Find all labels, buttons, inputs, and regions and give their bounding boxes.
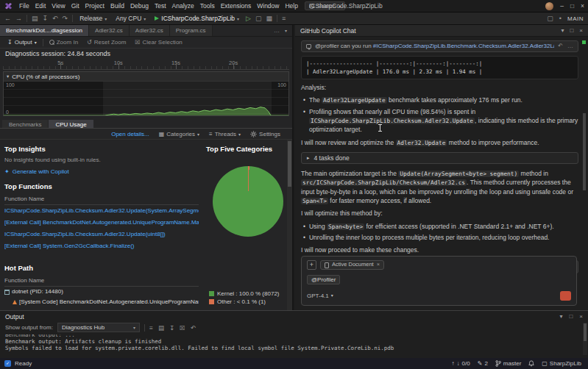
maximize-button[interactable]: □ (570, 0, 574, 12)
menu-build[interactable]: Build (107, 0, 127, 12)
add-context-button[interactable]: + (307, 260, 316, 270)
maximize-panel-icon[interactable]: □ (569, 313, 573, 320)
redo-icon[interactable]: ↷ (63, 12, 68, 24)
menu-test[interactable]: Test (152, 0, 169, 12)
top-function-row[interactable]: [External Call] System.Gen2GcCallback.Fi… (4, 240, 199, 252)
live-share-icon[interactable]: ▢ (547, 12, 553, 24)
menu-analyze[interactable]: Analyze (169, 0, 197, 12)
start-debugging-button[interactable]: ICSharpCode.SharpZipLib ▾ (152, 15, 241, 22)
menu-git[interactable]: Git (68, 0, 82, 12)
window-position-icon[interactable]: ▾ (561, 27, 564, 34)
menu-help[interactable]: Help (282, 0, 300, 12)
open-details-link[interactable]: Open details... (111, 131, 149, 137)
close-panel-icon[interactable]: × (579, 313, 583, 320)
cpu-section-title: CPU (% of all processors) (12, 74, 79, 80)
notifications-bell-icon[interactable] (528, 360, 534, 367)
background-tasks-icon[interactable]: ✓ (4, 360, 11, 367)
undo-icon[interactable]: ↶ (52, 12, 58, 24)
output-title-bar[interactable]: Output ▾ □ × (0, 311, 588, 322)
details-scrollbar[interactable] (287, 140, 292, 310)
categories-pie-chart[interactable] (213, 166, 283, 237)
menu-window[interactable]: Window (254, 0, 282, 12)
tab-overflow-icon[interactable]: … (274, 27, 280, 34)
arrow-down-icon: ↓ (457, 360, 460, 367)
hot-path-row[interactable]: [System Code] BenchmarkDotNet.Autogenera… (4, 297, 199, 307)
top-function-row[interactable]: ICSharpCode.SharpZipLib.Checksum.Adler32… (4, 229, 199, 240)
menu-tools[interactable]: Tools (197, 0, 218, 12)
output-button[interactable]: ↧ Output ▾ (4, 39, 40, 46)
find-icon[interactable]: ≡ (282, 12, 286, 24)
output-source-dropdown[interactable]: Diagnostics Hub ▾ (57, 323, 140, 332)
platform-dropdown[interactable]: Any CPU ▾ (113, 15, 148, 22)
main-monitor-label[interactable]: MAIN (567, 15, 584, 22)
tab-adler32-cs-2[interactable]: Adler32.cs (130, 25, 170, 36)
new-file-icon[interactable]: ▤ (32, 12, 38, 24)
tab-adler32-cs-1[interactable]: Adler32.cs (89, 25, 130, 36)
cpu-section-header[interactable]: ▾ CPU (% of all processors) (4, 72, 288, 82)
reset-zoom-button[interactable]: ↺ Reset Zoom (84, 39, 129, 46)
build-icon[interactable]: ▢ (255, 12, 262, 24)
more-actions-icon[interactable]: … (567, 42, 573, 51)
pending-changes-status[interactable]: ✎ 2 (478, 360, 488, 367)
current-branch-control[interactable]: master (495, 360, 521, 367)
threads-dropdown[interactable]: ≡ Threads ▾ (209, 131, 241, 137)
menu-project[interactable]: Project (82, 0, 107, 12)
scrollbar-thumb[interactable] (584, 323, 587, 341)
model-selector-dropdown[interactable]: GPT-4.1 ▾ (307, 292, 333, 301)
menu-file[interactable]: File (16, 0, 32, 12)
zoom-in-button[interactable]: Zoom In (46, 39, 81, 46)
cpu-usage-graph[interactable]: 100 0 100 (4, 82, 288, 115)
remove-context-icon[interactable]: × (377, 261, 380, 269)
menu-edit[interactable]: Edit (32, 0, 49, 12)
navigate-forward-icon[interactable]: → (15, 12, 22, 24)
close-button[interactable]: × (581, 0, 584, 12)
minimize-button[interactable]: – (560, 0, 564, 12)
generate-with-copilot-link[interactable]: ✦ Generate with Copilot (4, 168, 199, 175)
repository-control[interactable]: ▢ SharpZipLib (542, 360, 581, 367)
hot-path-row[interactable]: dotnet (PID: 14480) (4, 287, 199, 297)
categories-dropdown[interactable]: ▦ Categories ▾ (159, 131, 199, 137)
output-log[interactable]: Benchmark output: ... Benchmark output: … (0, 334, 588, 358)
git-sync-status[interactable]: ↑ ↓ 0/0 (452, 360, 470, 367)
copilot-chat-header[interactable]: GitHub Copilot Chat ▾ □ × (295, 25, 588, 37)
find-message-icon[interactable]: ≡ (149, 324, 153, 332)
menu-extensions[interactable]: Extensions (218, 0, 255, 12)
menu-debug[interactable]: Debug (127, 0, 152, 12)
top-function-row[interactable]: [External Call] BenchmarkDotNet.Autogene… (4, 217, 199, 229)
tasks-done-expander[interactable]: ▸ 4 tasks done (301, 152, 578, 164)
chat-scrollbar[interactable] (583, 113, 586, 190)
navigate-back-icon[interactable]: ← (4, 12, 11, 24)
settings-button[interactable]: Settings (250, 131, 280, 137)
user-message-bubble[interactable]: @profiler can you run #ICSharpCode.Sharp… (301, 40, 578, 52)
user-avatar[interactable] (545, 2, 553, 10)
chat-input-box[interactable]: + Active Document × @Profiler GPT-4.1 ▾ (301, 256, 577, 306)
profiler-mention-chip[interactable]: @Profiler (307, 275, 340, 284)
chevron-down-icon[interactable]: ▾ (285, 28, 287, 33)
word-wrap-icon[interactable]: ↶ (191, 324, 196, 332)
top-function-row[interactable]: ICSharpCode.SharpZipLib.Checksum.Adler32… (4, 205, 199, 217)
tab-program-cs[interactable]: Program.cs (170, 25, 213, 36)
menu-view[interactable]: View (49, 0, 68, 12)
stop-generating-button[interactable] (560, 291, 571, 301)
goto-message-icon[interactable]: ▤ (158, 324, 164, 332)
benchmark-results-code-block[interactable]: |------------------- |---------:|-------… (301, 56, 578, 79)
output-scrollbar[interactable] (583, 323, 587, 355)
start-without-debugging-icon[interactable]: ▷ (246, 12, 251, 24)
function-name-column-header[interactable]: Function Name (4, 194, 199, 205)
restore-checkpoint-icon[interactable]: ↶ (558, 42, 563, 51)
close-panel-icon[interactable]: × (579, 27, 583, 34)
save-icon[interactable]: ↧ (43, 12, 49, 24)
active-document-chip[interactable]: Active Document × (320, 260, 384, 270)
profiler-icon[interactable]: ▦ (266, 12, 273, 24)
feedback-icon[interactable]: • (559, 12, 562, 24)
clear-selection-button[interactable]: ☒ Clear Selection (132, 39, 185, 46)
tab-diagsession[interactable]: BenchmarkDot....diagsession (0, 25, 89, 36)
window-position-icon[interactable]: ▾ (559, 313, 562, 320)
clear-all-icon[interactable]: ☒ (180, 324, 185, 332)
maximize-panel-icon[interactable]: □ (570, 27, 573, 34)
scrollbar-thumb[interactable] (288, 141, 291, 187)
configuration-dropdown[interactable]: Release ▾ (77, 15, 109, 22)
function-name-column-header[interactable]: Function Name (4, 276, 199, 287)
timeline-ruler[interactable]: 5s 10s 15s 20s (3, 59, 289, 70)
save-output-icon[interactable]: ↧ (169, 324, 174, 332)
